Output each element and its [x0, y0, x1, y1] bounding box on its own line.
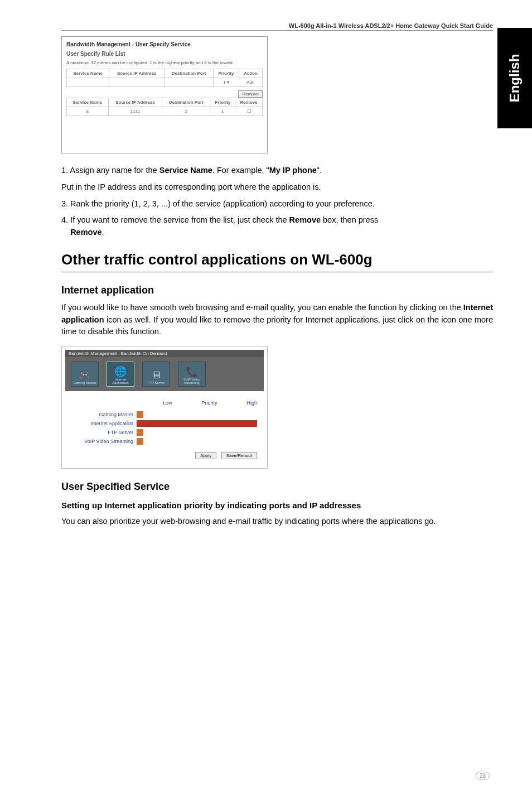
- icon-ftp-server[interactable]: 🖥FTP Server: [142, 362, 170, 387]
- ss1-th-prio: Priority: [213, 69, 239, 78]
- ss1b-cell-prio: 1: [210, 107, 235, 116]
- ss1b-th-port: Destination Port: [162, 98, 210, 107]
- bold-remove1: Remove: [289, 215, 321, 224]
- heading-setting-up: Setting up Internet application priority…: [61, 500, 493, 510]
- icon-gaming-master[interactable]: 🎮Gaming Master: [71, 362, 99, 387]
- server-icon: 🖥: [151, 370, 161, 380]
- ss2-priority-axis: Low Priority High: [72, 400, 257, 406]
- ss2-row-internet: Internet Application: [72, 420, 257, 427]
- ss1b-th-remove: Remove: [235, 98, 263, 107]
- ss1-title: Bandwidth Management - User Specify Serv…: [66, 41, 263, 47]
- bold-service-name: Service Name: [159, 166, 212, 175]
- screenshot-user-specify-service: Bandwidth Management - User Specify Serv…: [61, 36, 268, 153]
- globe-icon: 🌐: [114, 367, 127, 377]
- ss2-low-label: Low: [163, 400, 172, 406]
- gamepad-icon: 🎮: [79, 370, 91, 380]
- ss2-row-ftp: FTP Server: [72, 429, 257, 436]
- ss2-title: Bandwidth Management - Bandwidth On Dema…: [65, 350, 264, 357]
- ss1b-cell-remove-check[interactable]: ☐: [235, 107, 263, 116]
- ss1b-cell-port: 2: [162, 107, 210, 116]
- icon-internet-application[interactable]: 🌐Internet Application: [107, 362, 134, 387]
- ss2-high-label: High: [246, 400, 257, 406]
- ss1-input-name[interactable]: [67, 78, 109, 87]
- ss1-table: Service Name Source IP Address Destinati…: [66, 69, 263, 87]
- ss1-input-prio[interactable]: 1 ▾: [213, 78, 239, 87]
- heading-internet-application: Internet application: [61, 285, 493, 296]
- paragraph-user-specified: You can also prioritize your web-browsin…: [61, 516, 493, 528]
- bold-remove2: Remove: [70, 228, 101, 237]
- bar-gaming[interactable]: [137, 411, 257, 418]
- ss1-th-name: Service Name: [67, 69, 109, 78]
- step-4: 4. If you want to remove the service fro…: [61, 214, 493, 239]
- ss1-th-action: Action: [239, 69, 262, 78]
- ss2-row-gaming: Gaming Master: [72, 411, 257, 418]
- heading-other-traffic: Other traffic control applications on WL…: [61, 251, 493, 272]
- ss1-th-port: Destination Port: [165, 69, 214, 78]
- phone-icon: 📞: [186, 367, 198, 377]
- ss1-table2: Service Name Source IP Address Destinati…: [66, 98, 263, 116]
- ss1b-th-ip: Source IP Address: [108, 98, 162, 107]
- ss1b-th-name: Service Name: [67, 98, 109, 107]
- step-3: 3. Rank the priority (1, 2, 3, ...) of t…: [61, 198, 493, 210]
- bar-voip[interactable]: [137, 438, 257, 445]
- bar-ftp[interactable]: [137, 429, 257, 436]
- ss1-subtitle: User Specify Rule List: [66, 51, 263, 57]
- ss1-input-ip[interactable]: [109, 78, 165, 87]
- apply-button[interactable]: Apply: [195, 452, 216, 459]
- ss1b-th-prio: Priority: [210, 98, 235, 107]
- bold-my-ip-phone: My IP phone: [269, 166, 317, 175]
- page-number: 23: [476, 772, 490, 780]
- ss2-icon-row: 🎮Gaming Master 🌐Internet Application 🖥FT…: [65, 357, 264, 391]
- paragraph-internet-app: If you would like to have smooth web bro…: [61, 302, 493, 338]
- bar-internet[interactable]: [137, 420, 257, 427]
- ss1b-cell-ip: 1111: [108, 107, 162, 116]
- save-reboot-button[interactable]: Save/Reboot: [221, 452, 257, 459]
- ss1b-cell-name: a: [67, 107, 109, 116]
- ss1-remove-button[interactable]: Remove: [238, 90, 263, 98]
- ss2-row-voip: VoIP Video Streaming: [72, 438, 257, 445]
- ss1-desc: A maximum 32 entries can be configured. …: [66, 60, 263, 65]
- ss1-add-button[interactable]: Add: [239, 78, 262, 87]
- header-text: WL-600g All-in-1 Wireless ADSL2/2+ Home …: [61, 22, 493, 29]
- heading-user-specified-service: User Specified Service: [61, 481, 493, 493]
- step-1: 1. Assign any name for the Service Name.…: [61, 165, 493, 177]
- header-bar: WL-600g All-in-1 Wireless ADSL2/2+ Home …: [61, 22, 493, 31]
- screenshot-bandwidth-on-demand: Bandwidth Management - Bandwidth On Dema…: [61, 346, 268, 469]
- ss1-th-ip: Source IP Address: [109, 69, 165, 78]
- step-2: Put in the IP address and its correspond…: [61, 181, 493, 194]
- ss2-priority-label: Priority: [201, 400, 217, 406]
- ss1-input-port[interactable]: [165, 78, 214, 87]
- icon-voip-video[interactable]: 📞VoIP Video Streaming: [178, 362, 206, 387]
- table-row: a 1111 2 1 ☐: [67, 107, 263, 116]
